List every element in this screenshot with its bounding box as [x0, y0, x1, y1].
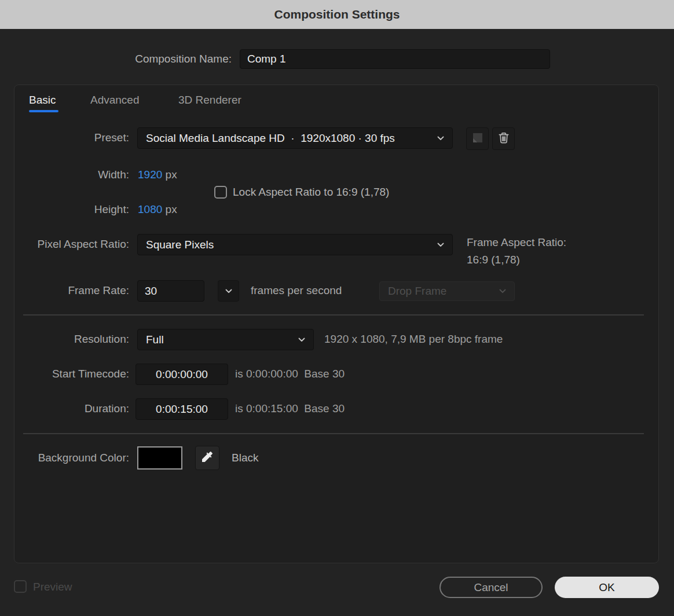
composition-name-label: Composition Name: [0, 52, 232, 66]
start-timecode-info: is 0:00:00:00 Base 30 [235, 367, 345, 381]
background-color-name: Black [232, 451, 258, 465]
settings-panel [14, 85, 659, 563]
frame-aspect-ratio-label: Frame Aspect Ratio: [467, 236, 566, 250]
eyedropper-button[interactable] [195, 446, 219, 470]
start-timecode-label: Start Timecode: [14, 367, 129, 381]
width-field[interactable]: 1920 px [138, 168, 177, 182]
height-value[interactable]: 1080 [138, 203, 162, 215]
drop-frame-value: Drop Frame [380, 285, 498, 298]
height-field[interactable]: 1080 px [138, 203, 177, 217]
lock-aspect-ratio-checkbox[interactable] [214, 186, 227, 199]
lock-aspect-ratio-label: Lock Aspect Ratio to 16:9 (1,78) [233, 185, 389, 199]
preset-value: Social Media Landscape HD · 1920x1080 · … [138, 132, 436, 145]
chevron-down-icon [498, 287, 514, 296]
background-color-label: Background Color: [14, 451, 129, 465]
start-timecode-input[interactable] [135, 364, 228, 385]
preview-label: Preview [33, 580, 72, 594]
composition-name-input[interactable] [240, 49, 550, 69]
section-divider [23, 314, 644, 316]
chevron-down-icon [224, 287, 233, 296]
tab-3d-renderer[interactable]: 3D Renderer [178, 93, 241, 108]
pixel-aspect-ratio-dropdown[interactable]: Square Pixels [137, 234, 453, 255]
width-unit: px [166, 168, 177, 181]
section-divider [23, 433, 644, 434]
frame-rate-input[interactable] [137, 280, 204, 302]
drop-frame-dropdown: Drop Frame [379, 281, 515, 301]
pixel-aspect-ratio-label: Pixel Aspect Ratio: [14, 237, 129, 251]
preview-checkbox [14, 580, 27, 593]
chevron-down-icon [297, 335, 313, 344]
delete-preset-button[interactable] [492, 127, 515, 150]
background-color-swatch[interactable] [137, 446, 182, 470]
pixel-aspect-ratio-value: Square Pixels [138, 239, 436, 251]
title-bar: Composition Settings [0, 0, 674, 29]
composition-settings-dialog: Composition Settings Composition Name: B… [0, 0, 674, 616]
height-unit: px [166, 203, 177, 215]
resolution-value: Full [138, 333, 297, 346]
duration-label: Duration: [14, 402, 129, 416]
resolution-info: 1920 x 1080, 7,9 MB per 8bpc frame [324, 332, 503, 346]
chevron-down-icon [436, 134, 452, 143]
save-preset-button[interactable] [466, 127, 489, 150]
duration-input[interactable] [135, 398, 228, 420]
frames-per-second-label: frames per second [251, 284, 342, 298]
trash-icon [497, 131, 511, 147]
preset-label: Preset: [14, 131, 129, 145]
preset-dropdown[interactable]: Social Media Landscape HD · 1920x1080 · … [137, 127, 453, 149]
dialog-title: Composition Settings [274, 8, 400, 21]
save-preset-icon [470, 130, 485, 148]
tab-basic[interactable]: Basic [29, 93, 56, 108]
resolution-label: Resolution: [14, 332, 129, 346]
cancel-button[interactable]: Cancel [439, 577, 543, 598]
height-label: Height: [14, 203, 129, 217]
ok-button[interactable]: OK [555, 577, 659, 598]
tab-basic-active-underline [29, 110, 58, 112]
eyedropper-icon [200, 450, 214, 466]
frame-aspect-ratio-value: 16:9 (1,78) [467, 253, 520, 267]
chevron-down-icon [436, 240, 452, 250]
tab-advanced[interactable]: Advanced [90, 93, 140, 108]
resolution-dropdown[interactable]: Full [137, 329, 314, 350]
frame-rate-dropdown-button[interactable] [218, 280, 239, 302]
duration-info: is 0:00:15:00 Base 30 [235, 402, 345, 416]
width-label: Width: [14, 168, 129, 182]
frame-rate-label: Frame Rate: [14, 284, 129, 298]
width-value[interactable]: 1920 [138, 168, 162, 181]
